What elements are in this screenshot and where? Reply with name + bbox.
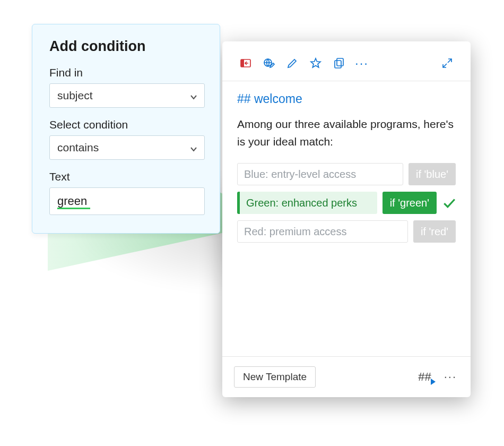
chevron-down-icon bbox=[189, 143, 198, 152]
copy-icon[interactable] bbox=[328, 54, 350, 72]
hash-button[interactable]: ## bbox=[415, 370, 434, 384]
checkmark-icon bbox=[442, 196, 456, 210]
text-label: Text bbox=[49, 170, 205, 183]
dock-left-icon[interactable] bbox=[235, 54, 256, 72]
condition-text: Red: premium access bbox=[237, 220, 408, 243]
condition-text: Blue: entry-level access bbox=[237, 163, 403, 185]
editor-toolbar: ··· bbox=[222, 41, 471, 81]
text-input[interactable]: green bbox=[49, 187, 205, 215]
more-icon[interactable]: ··· bbox=[352, 56, 372, 71]
template-description: Among our three available programs, here… bbox=[237, 116, 456, 150]
chevron-down-icon bbox=[189, 91, 198, 100]
pencil-icon[interactable] bbox=[282, 54, 303, 72]
svg-rect-2 bbox=[241, 59, 244, 67]
condition-row[interactable]: Green: enhanced perks if 'green' bbox=[237, 192, 456, 214]
template-editor-panel: ··· ## welcome Among our three available… bbox=[222, 41, 471, 397]
select-condition-value: contains bbox=[57, 141, 99, 154]
condition-pill: if 'red' bbox=[413, 220, 456, 243]
text-underline bbox=[57, 208, 90, 209]
condition-text: Green: enhanced perks bbox=[237, 192, 377, 214]
footer-more-icon[interactable]: ··· bbox=[442, 370, 459, 384]
condition-row[interactable]: Red: premium access if 'red' bbox=[237, 220, 456, 243]
select-condition-label: Select condition bbox=[49, 118, 205, 131]
find-in-label: Find in bbox=[49, 66, 205, 79]
add-condition-panel: Add condition Find in subject Select con… bbox=[32, 24, 220, 234]
svg-marker-4 bbox=[311, 58, 320, 67]
expand-icon[interactable] bbox=[437, 54, 458, 72]
play-overlay-icon bbox=[431, 379, 436, 385]
hash-label: ## bbox=[418, 370, 431, 383]
text-value: green bbox=[57, 194, 87, 208]
condition-row[interactable]: Blue: entry-level access if 'blue' bbox=[237, 163, 456, 185]
template-heading[interactable]: ## welcome bbox=[237, 92, 456, 106]
find-in-select[interactable]: subject bbox=[49, 83, 205, 108]
panel-title: Add condition bbox=[49, 38, 205, 55]
star-icon[interactable] bbox=[305, 54, 326, 72]
find-in-value: subject bbox=[57, 89, 93, 102]
condition-pill: if 'green' bbox=[383, 192, 437, 214]
editor-footer: New Template ## ··· bbox=[222, 356, 471, 397]
svg-rect-5 bbox=[337, 58, 343, 66]
select-condition-select[interactable]: contains bbox=[49, 135, 205, 160]
condition-pill: if 'blue' bbox=[409, 163, 456, 185]
new-template-button[interactable]: New Template bbox=[234, 366, 316, 388]
svg-rect-6 bbox=[335, 61, 341, 68]
globe-pen-icon[interactable] bbox=[258, 54, 280, 72]
